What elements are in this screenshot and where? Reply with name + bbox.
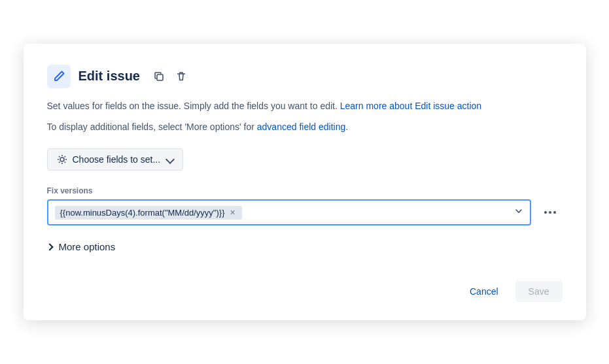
learn-more-link[interactable]: Learn more about Edit issue action (340, 101, 481, 111)
field-input-wrapper[interactable]: {{now.minusDays(4).format("MM/dd/yyyy")}… (47, 199, 531, 225)
more-options-button[interactable]: More options (47, 239, 116, 255)
edit-issue-modal: Edit issue Set values for fields on the … (24, 44, 586, 321)
field-more-button[interactable] (538, 207, 563, 218)
save-button[interactable]: Save (515, 281, 563, 302)
modal-footer: Cancel Save (47, 281, 563, 302)
chevron-down-icon (165, 155, 175, 164)
header-actions (150, 68, 190, 85)
advanced-field-link[interactable]: advanced field editing (257, 122, 345, 132)
settings-icon (57, 154, 67, 165)
field-tag: {{now.minusDays(4).format("MM/dd/yyyy")}… (55, 206, 242, 220)
svg-point-3 (549, 211, 551, 214)
cancel-button[interactable]: Cancel (459, 281, 509, 302)
svg-rect-0 (157, 74, 163, 80)
copy-button[interactable] (150, 68, 167, 85)
copy-icon (153, 71, 165, 82)
svg-point-4 (553, 211, 556, 214)
fix-versions-field: Fix versions {{now.minusDays(4).format("… (47, 186, 563, 225)
pencil-icon (53, 71, 65, 82)
modal-title: Edit issue (78, 69, 140, 84)
chevron-right-icon (46, 243, 53, 250)
chevron-down-icon (514, 207, 523, 216)
modal-icon (47, 65, 71, 88)
description-2: To display additional fields, select 'Mo… (47, 120, 563, 134)
svg-point-2 (544, 211, 547, 214)
choose-fields-button[interactable]: Choose fields to set... (47, 148, 184, 171)
svg-point-1 (60, 157, 64, 161)
trash-icon (175, 71, 187, 82)
modal-header: Edit issue (47, 65, 563, 88)
description-1: Set values for fields on the issue. Simp… (47, 99, 563, 113)
tag-remove-button[interactable]: × (228, 208, 236, 217)
field-input-row: {{now.minusDays(4).format("MM/dd/yyyy")}… (47, 199, 563, 225)
field-label: Fix versions (47, 186, 563, 195)
field-dropdown-chevron (514, 207, 523, 218)
ellipsis-icon (544, 210, 556, 214)
delete-button[interactable] (173, 68, 190, 85)
